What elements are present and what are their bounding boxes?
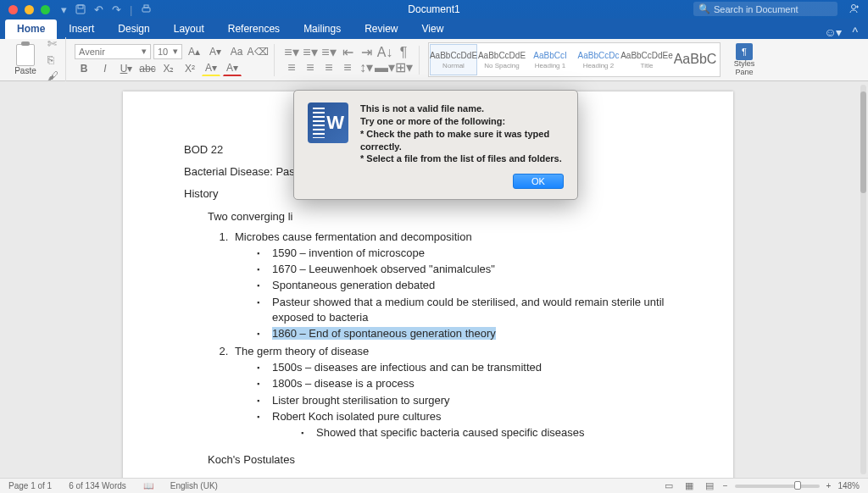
bullet-list: 1590 – invention of microscope 1670 – Le… [257, 246, 672, 341]
list-item: 1500s – diseases are infectious and can … [257, 360, 672, 375]
svg-rect-3 [144, 5, 148, 8]
undo-icon[interactable]: ↶ [94, 3, 103, 16]
decrease-indent-button[interactable]: ⇤ [339, 46, 356, 59]
style-heading-2[interactable]: AaBbCcDcHeading 2 [575, 44, 622, 75]
zoom-out-button[interactable]: − [723, 481, 728, 490]
doc-text: Two converging li [208, 209, 672, 224]
collapse-ribbon-icon[interactable]: ^ [852, 25, 858, 39]
list-item: Pasteur showed that a medium could be st… [257, 295, 672, 325]
numbered-list: Microbes cause fermentation and decompos… [231, 230, 672, 440]
clear-formatting-button[interactable]: A⌫ [248, 44, 267, 59]
list-item: 1860 – End of spontaneous generation the… [257, 326, 672, 341]
borders-button[interactable]: ⊞▾ [395, 61, 412, 75]
minimize-window-button[interactable] [25, 5, 34, 14]
show-marks-button[interactable]: ¶ [395, 46, 412, 59]
tab-review[interactable]: Review [353, 19, 409, 39]
bullets-button[interactable]: ≡▾ [283, 46, 300, 59]
titlebar: ▾ ↶ ↷ | Document1 🔍 Search in Document [0, 0, 868, 19]
redo-icon[interactable]: ↷ [112, 3, 121, 16]
bold-button[interactable]: B [75, 61, 93, 76]
align-center-button[interactable]: ≡ [302, 61, 319, 75]
styles-pane-button[interactable]: ¶ Styles Pane [729, 43, 760, 77]
line-spacing-button[interactable]: ↕▾ [358, 61, 375, 75]
change-case-button[interactable]: Aa [227, 44, 246, 59]
copy-icon[interactable]: ⎘ [47, 53, 58, 66]
grow-font-button[interactable]: A▴ [185, 44, 203, 59]
zoom-in-button[interactable]: + [826, 481, 832, 490]
window-controls [8, 5, 50, 14]
font-size-select[interactable]: 10▾ [153, 44, 182, 59]
share-icon[interactable] [848, 3, 860, 14]
strikethrough-button[interactable]: abc [138, 61, 157, 76]
save-icon[interactable] [75, 4, 86, 14]
superscript-button[interactable]: X² [181, 61, 199, 76]
font-color-button[interactable]: A▾ [223, 61, 242, 76]
zoom-level[interactable]: 148% [837, 481, 860, 490]
list-item: 1670 – Leeuwenhoek observed "animalcules… [257, 262, 672, 277]
web-layout-icon[interactable]: ▤ [703, 480, 716, 491]
print-icon[interactable] [141, 4, 152, 14]
sort-button[interactable]: A↓ [376, 46, 393, 59]
tab-design[interactable]: Design [106, 19, 161, 39]
tab-insert[interactable]: Insert [57, 19, 106, 39]
font-family-select[interactable]: Avenir▾ [75, 44, 151, 59]
svg-rect-2 [142, 8, 150, 12]
print-layout-icon[interactable]: ▦ [682, 480, 696, 491]
scrollbar-thumb[interactable] [860, 91, 866, 193]
styles-pane-icon: ¶ [736, 43, 753, 60]
page-count[interactable]: Page 1 of 1 [8, 481, 52, 490]
zoom-window-button[interactable] [41, 5, 50, 14]
spellcheck-icon[interactable]: 📖 [143, 481, 153, 490]
paste-button[interactable]: Paste [8, 44, 42, 75]
align-right-button[interactable]: ≡ [320, 61, 337, 75]
text-highlight-button[interactable]: A▾ [202, 61, 220, 76]
style-more[interactable]: AaBbC [671, 44, 719, 75]
doc-text: Koch's Postulates [208, 452, 672, 468]
shrink-font-button[interactable]: A▾ [206, 44, 225, 59]
ribbon-tabs: Home Insert Design Layout References Mai… [0, 19, 868, 39]
tab-references[interactable]: References [216, 19, 292, 39]
align-left-button[interactable]: ≡ [283, 61, 300, 75]
statusbar: Page 1 of 1 6 of 134 Words 📖 English (UK… [0, 478, 868, 493]
style-normal[interactable]: AaBbCcDdENormal [430, 44, 477, 75]
ribbon-home: Paste ✄ ⎘ 🖌 Avenir▾ 10▾ A▴ A▾ Aa A⌫ B I … [0, 39, 868, 81]
tab-layout[interactable]: Layout [162, 19, 216, 39]
help-icon[interactable]: ☺▾ [824, 25, 842, 39]
tab-view[interactable]: View [410, 19, 456, 39]
shading-button[interactable]: ▬▾ [376, 61, 393, 75]
style-title[interactable]: AaBbCcDdEeTitle [623, 44, 670, 75]
tab-mailings[interactable]: Mailings [292, 19, 353, 39]
bullet-sublist: Showed that specific bacteria caused spe… [301, 425, 672, 440]
list-item: Showed that specific bacteria caused spe… [301, 425, 672, 440]
list-item: The germ theory of disease [235, 345, 369, 357]
increase-indent-button[interactable]: ⇥ [358, 46, 375, 59]
tab-home[interactable]: Home [5, 19, 57, 39]
zoom-slider[interactable] [735, 485, 820, 488]
scrollbar[interactable] [860, 85, 866, 474]
styles-gallery[interactable]: AaBbCcDdENormal AaBbCcDdENo Spacing AaBb… [428, 42, 721, 77]
word-app-icon: W [308, 102, 348, 143]
error-dialog: W This is not a valid file name. Try one… [293, 90, 578, 200]
language-status[interactable]: English (UK) [170, 481, 218, 490]
format-painter-icon[interactable]: 🖌 [47, 69, 58, 82]
style-heading-1[interactable]: AaBbCcIHeading 1 [526, 44, 574, 75]
word-count[interactable]: 6 of 134 Words [69, 481, 126, 490]
search-input[interactable]: 🔍 Search in Document [693, 2, 837, 16]
bullet-list: 1500s – diseases are infectious and can … [257, 360, 672, 424]
ok-button[interactable]: OK [513, 174, 564, 189]
cut-icon[interactable]: ✄ [47, 37, 58, 50]
numbering-button[interactable]: ≡▾ [302, 46, 319, 59]
italic-button[interactable]: I [96, 61, 114, 76]
zoom-slider-thumb[interactable] [794, 481, 801, 490]
multilevel-button[interactable]: ≡▾ [320, 46, 337, 59]
quick-access-toolbar: ▾ ↶ ↷ | [61, 3, 152, 16]
justify-button[interactable]: ≡ [339, 61, 356, 75]
search-placeholder: Search in Document [714, 4, 798, 14]
subscript-button[interactable]: X₂ [159, 61, 178, 76]
underline-button[interactable]: U▾ [117, 61, 136, 76]
close-window-button[interactable] [8, 5, 18, 14]
document-menu-icon[interactable]: ▾ [61, 3, 67, 16]
style-no-spacing[interactable]: AaBbCcDdENo Spacing [478, 44, 526, 75]
list-item: Lister brought sterilisation to surgery [257, 393, 672, 408]
focus-mode-icon[interactable]: ▭ [662, 480, 676, 491]
